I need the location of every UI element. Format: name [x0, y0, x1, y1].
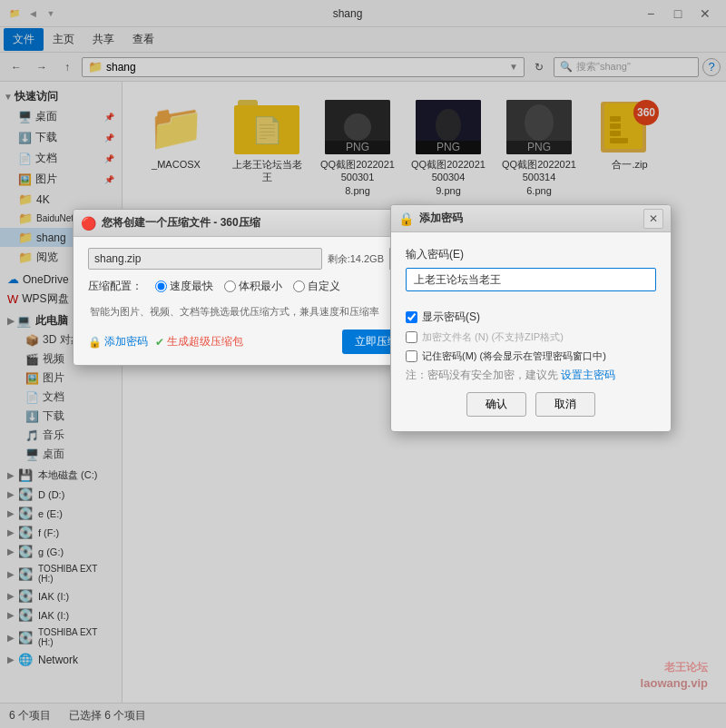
- pwd-ok-button[interactable]: 确认: [466, 392, 526, 417]
- remember-pwd-checkbox[interactable]: [406, 350, 417, 362]
- radio-fastest-label: 速度最快: [170, 279, 213, 294]
- radio-custom[interactable]: 自定义: [293, 279, 340, 294]
- remember-pwd-row: 记住密码(M) (将会显示在管理密码窗口中): [406, 349, 656, 363]
- encrypt-filename-row: 加密文件名 (N) (不支持ZIP格式): [406, 330, 656, 344]
- gen-super-button[interactable]: ✔ 生成超级压缩包: [155, 334, 243, 349]
- compression-label: 压缩配置：: [88, 279, 142, 294]
- smart-hint: 智能为图片、视频、文档等挑选最优压缩方式，兼具速度和压缩率: [88, 301, 411, 322]
- show-password-checkbox[interactable]: [406, 311, 417, 323]
- compress-dialog-titlebar: 🔴 您将创建一个压缩文件 - 360压缩 ✕: [74, 210, 426, 237]
- size-label: 剩余:14.2GB: [328, 252, 384, 266]
- compress-dialog: 🔴 您将创建一个压缩文件 - 360压缩 ✕ 剩余:14.2GB 📂 压缩配置：…: [73, 209, 427, 366]
- pwd-show-row: 显示密码(S): [406, 310, 656, 325]
- encrypt-filename-checkbox[interactable]: [406, 331, 417, 343]
- pwd-note-link[interactable]: 设置主密码: [561, 369, 615, 381]
- pwd-dialog-title: 添加密码: [419, 211, 643, 226]
- pwd-dialog-body: 输入密码(E) 显示密码(S) 加密文件名 (N) (不支持ZIP格式) 记住密…: [391, 232, 671, 431]
- pwd-dialog-close[interactable]: ✕: [643, 209, 663, 229]
- pwd-dialog-icon: 🔒: [398, 212, 414, 226]
- remember-pwd-label[interactable]: 记住密码(M) (将会显示在管理密码窗口中): [422, 349, 606, 363]
- add-pwd-label: 添加密码: [104, 334, 148, 349]
- pwd-cancel-button[interactable]: 取消: [535, 392, 595, 417]
- pwd-btn-row: 确认 取消: [406, 392, 656, 417]
- radio-fastest[interactable]: 速度最快: [155, 279, 213, 294]
- add-password-button[interactable]: 🔒 添加密码: [88, 334, 148, 349]
- filename-row: 剩余:14.2GB 📂: [88, 248, 411, 270]
- add-pwd-icon: 🔒: [88, 336, 102, 349]
- show-password-label[interactable]: 显示密码(S): [422, 310, 480, 325]
- password-dialog: 🔒 添加密码 ✕ 输入密码(E) 显示密码(S) 加密文件名 (N) (不支持Z…: [390, 204, 672, 432]
- compress-options: 压缩配置： 速度最快 体积最小 自定义: [88, 279, 411, 294]
- pwd-dialog-titlebar: 🔒 添加密码 ✕: [391, 205, 671, 232]
- action-row: 🔒 添加密码 ✔ 生成超级压缩包 立即压缩: [88, 330, 411, 354]
- encrypt-filename-label[interactable]: 加密文件名 (N) (不支持ZIP格式): [422, 330, 564, 344]
- radio-group: 速度最快 体积最小 自定义: [155, 279, 340, 294]
- compress-dialog-icon: 🔴: [81, 216, 96, 231]
- compress-dialog-body: 剩余:14.2GB 📂 压缩配置： 速度最快 体积最小 自定义 智能为图片: [74, 237, 426, 365]
- filename-input[interactable]: [88, 248, 322, 270]
- radio-custom-label: 自定义: [308, 279, 340, 294]
- compress-dialog-title: 您将创建一个压缩文件 - 360压缩: [102, 215, 398, 231]
- pwd-note: 注：密码没有安全加密，建议先 设置主密码: [406, 367, 656, 383]
- checkmark-icon: ✔: [155, 336, 164, 349]
- radio-smallest-label: 体积最小: [239, 279, 282, 294]
- pwd-input-label: 输入密码(E): [406, 247, 656, 262]
- pwd-note-text: 注：密码没有安全加密，建议先: [406, 369, 558, 381]
- pwd-input[interactable]: [406, 268, 656, 291]
- radio-smallest[interactable]: 体积最小: [224, 279, 282, 294]
- gen-super-label: 生成超级压缩包: [167, 334, 243, 349]
